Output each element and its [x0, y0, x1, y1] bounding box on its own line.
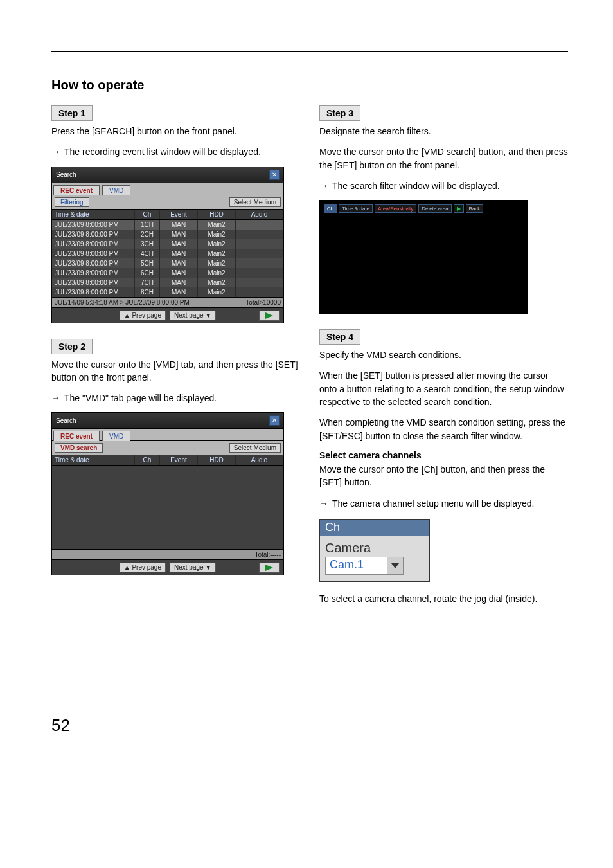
select-medium-button[interactable]: Select Medium [229, 197, 281, 207]
step4-p1: Specify the VMD search conditions. [319, 348, 568, 361]
ch-panel: Ch Camera Cam.1 [319, 519, 430, 582]
filtering-button[interactable]: Filtering [55, 197, 89, 207]
step2-summary-total: Total:----- [52, 549, 283, 559]
filter-ch-button[interactable]: Ch [324, 204, 337, 213]
step2-result: →The "VMD" tab page will be displayed. [51, 392, 300, 404]
step4-label: Step 4 [319, 329, 360, 345]
step4-p2: When the [SET] button is pressed after m… [319, 369, 568, 408]
chevron-down-icon[interactable] [387, 557, 403, 574]
ch-panel-label: Camera [325, 541, 424, 556]
step1-window-title: Search [56, 171, 76, 178]
svg-marker-1 [265, 565, 273, 571]
step4-subhead: Select camera channels [319, 450, 568, 460]
step1-text: Press the [SEARCH] button on the front p… [51, 125, 300, 138]
step2-window-title: Search [56, 417, 76, 424]
step3-label: Step 3 [319, 105, 360, 121]
next-page-button[interactable]: Next page ▼ [170, 311, 216, 320]
step3-result: →The search filter window will be displa… [319, 179, 568, 192]
step3-filter-window: Ch Time & date Area/Sensitivity Delete a… [319, 200, 528, 314]
step2-text: Move the cursor onto the [VMD] tab, and … [51, 358, 300, 384]
select-medium-button[interactable]: Select Medium [229, 443, 281, 453]
table-row[interactable]: JUL/23/09 8:00:00 PM4CHMANMain2 [52, 249, 283, 258]
close-icon[interactable]: ✕ [269, 415, 280, 426]
filter-area-sensitivity-button[interactable]: Area/Sensitivity [375, 204, 416, 213]
svg-marker-2 [391, 563, 399, 568]
table-row[interactable]: JUL/23/09 8:00:00 PM5CHMANMain2 [52, 258, 283, 268]
table-row[interactable]: JUL/23/09 8:00:00 PM3CHMANMain2 [52, 239, 283, 249]
ch-panel-head: Ch [320, 520, 429, 536]
tab-rec-event[interactable]: REC event [53, 185, 100, 195]
tab-vmd[interactable]: VMD [102, 185, 130, 195]
step4-p3: When completing the VMD search condition… [319, 416, 568, 442]
prev-page-button[interactable]: ▲ Prev page [120, 563, 166, 572]
page-title: How to operate [51, 78, 568, 93]
filter-time-date-button[interactable]: Time & date [339, 204, 373, 213]
table-row[interactable]: JUL/23/09 8:00:00 PM6CHMANMain2 [52, 268, 283, 278]
table-row[interactable]: JUL/23/09 8:00:00 PM7CHMANMain2 [52, 278, 283, 287]
svg-marker-0 [265, 312, 273, 319]
step2-grid-header: Time & date Ch Event HDD Audio [52, 455, 283, 466]
vmd-search-button[interactable]: VMD search [55, 443, 103, 453]
step2-window: Search ✕ REC event VMD VMD search Select… [51, 412, 284, 575]
step3-text1: Designate the search filters. [319, 125, 568, 138]
step1-summary-total: Total>10000 [245, 299, 281, 306]
play-icon[interactable]: ▶ [454, 204, 464, 213]
page-number: 52 [51, 716, 568, 736]
tab-rec-event[interactable]: REC event [53, 431, 100, 441]
camera-select-value: Cam.1 [326, 557, 387, 574]
table-row[interactable]: JUL/23/09 8:00:00 PM8CHMANMain2 [52, 287, 283, 297]
tab-vmd[interactable]: VMD [102, 431, 130, 441]
step4-p5: To select a camera channel, rotate the j… [319, 592, 568, 605]
step2-empty-grid [52, 466, 283, 549]
step4-result: →The camera channel setup menu will be d… [319, 497, 568, 510]
filter-delete-area-button[interactable]: Delete area [418, 204, 451, 213]
filter-back-button[interactable]: Back [466, 204, 484, 213]
step2-label: Step 2 [51, 339, 93, 354]
step1-window: Search ✕ REC event VMD Filtering Select … [51, 167, 284, 323]
table-row[interactable]: JUL/23/09 8:00:00 PM1CHMANMain2 [52, 220, 283, 230]
step1-result: →The recording event list window will be… [51, 145, 300, 158]
step1-grid-header: Time & date Ch Event HDD Audio [52, 210, 283, 220]
play-button[interactable] [259, 311, 280, 321]
prev-page-button[interactable]: ▲ Prev page [120, 311, 166, 320]
step1-summary-range: JUL/14/09 5:34:18 AM > JUL/23/09 8:00:00… [55, 299, 190, 306]
close-icon[interactable]: ✕ [269, 170, 280, 180]
next-page-button[interactable]: Next page ▼ [170, 563, 216, 572]
camera-select[interactable]: Cam.1 [325, 557, 404, 575]
step4-p4: Move the cursor onto the [Ch] button, an… [319, 463, 568, 489]
step1-label: Step 1 [51, 105, 93, 121]
table-row[interactable]: JUL/23/09 8:00:00 PM2CHMANMain2 [52, 230, 283, 239]
step3-text2: Move the cursor onto the [VMD search] bu… [319, 145, 568, 172]
play-button[interactable] [259, 563, 280, 573]
